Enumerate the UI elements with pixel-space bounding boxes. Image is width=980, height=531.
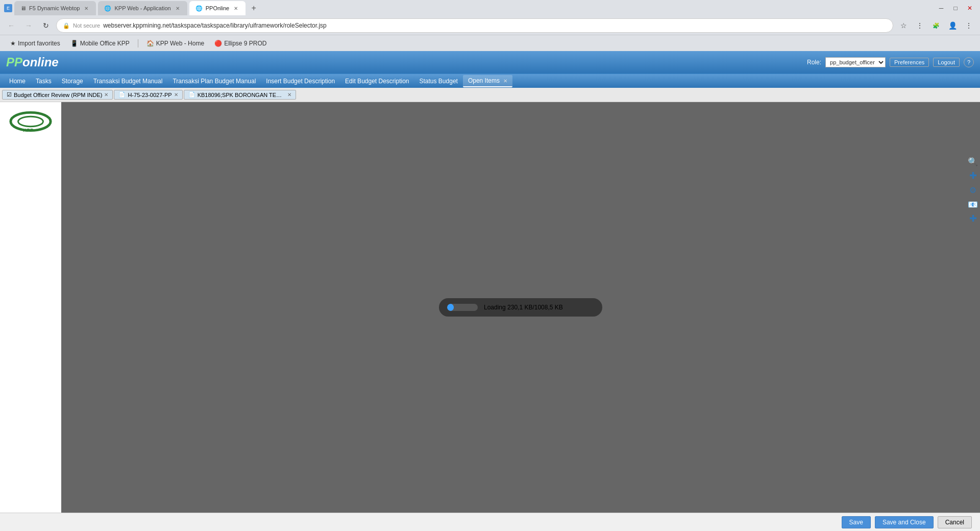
side-add-icon-2[interactable]: ✚ bbox=[967, 212, 979, 225]
tab3-favicon: 🌐 bbox=[195, 5, 203, 12]
role-select[interactable]: pp_budget_officer bbox=[825, 57, 886, 67]
more-tools-icon[interactable]: ⋮ bbox=[962, 18, 976, 33]
maximize-button[interactable]: □ bbox=[949, 2, 962, 14]
bc1-label: Budget Officer Review (RPM INDE) bbox=[14, 92, 102, 98]
nav-edit-budget[interactable]: Edit Budget Description bbox=[340, 76, 414, 87]
logo-text: PPonline bbox=[6, 55, 59, 69]
tab2-favicon: 🌐 bbox=[104, 5, 111, 12]
bc1-close[interactable]: ✕ bbox=[104, 92, 108, 98]
bookmark-import[interactable]: ★ Import favorites bbox=[6, 38, 64, 49]
nav-insert-budget[interactable]: Insert Budget Description bbox=[261, 76, 340, 87]
window-controls: ─ □ ✕ bbox=[935, 2, 976, 14]
bookmarks-bar: ★ Import favorites 📱 Mobile Office KPP 🏠… bbox=[0, 35, 980, 51]
app-logo: PPonline bbox=[6, 55, 59, 69]
logout-button[interactable]: Logout bbox=[933, 58, 960, 67]
kpp-logo-svg: KPP bbox=[8, 106, 53, 137]
loading-text: Loading 230,1 KB/1008,5 KB bbox=[484, 304, 563, 311]
side-add-icon-1[interactable]: ✚ bbox=[967, 170, 979, 182]
save-button[interactable]: Save bbox=[842, 516, 871, 528]
bookmark-mobile-office[interactable]: 📱 Mobile Office KPP bbox=[66, 38, 134, 49]
bookmark-import-label: Import favorites bbox=[18, 40, 60, 47]
tab2-label: KPP Web - Application bbox=[114, 5, 170, 11]
bc3-icon: 📄 bbox=[188, 91, 195, 98]
back-button[interactable]: ← bbox=[4, 18, 18, 33]
breadcrumb-2[interactable]: 📄 H-75-23-0027-PP ✕ bbox=[114, 90, 182, 100]
bc1-icon: ☑ bbox=[7, 91, 12, 98]
logo-online: online bbox=[22, 55, 59, 69]
nav-status-budget[interactable]: Status Budget bbox=[414, 76, 463, 87]
logo-pp: PP bbox=[6, 55, 22, 69]
bookmark-mobile-label: Mobile Office KPP bbox=[80, 40, 130, 47]
forward-button[interactable]: → bbox=[21, 18, 36, 33]
header-right: Role: pp_budget_officer Preferences Logo… bbox=[807, 57, 974, 67]
loading-bar-fill bbox=[447, 304, 454, 311]
kpp-logo-area: KPP bbox=[0, 102, 61, 513]
svg-text:KPP: KPP bbox=[23, 127, 34, 133]
help-icon[interactable]: ? bbox=[964, 57, 974, 67]
extensions-icon[interactable]: 🧩 bbox=[929, 18, 943, 33]
bc2-close[interactable]: ✕ bbox=[174, 92, 178, 98]
minimize-button[interactable]: ─ bbox=[935, 2, 947, 14]
role-label: Role: bbox=[807, 59, 821, 66]
loading-bar-track bbox=[447, 304, 478, 311]
bookmark-separator bbox=[138, 39, 138, 47]
reload-button[interactable]: ↻ bbox=[39, 18, 53, 33]
bookmark-kpp-label: KPP Web - Home bbox=[156, 40, 204, 47]
browser-favicon: E bbox=[4, 4, 12, 12]
browser-tab-1[interactable]: 🖥 F5 Dynamic Webtop ✕ bbox=[14, 1, 96, 15]
browser-toolbar: ☆ ⋮ 🧩 👤 ⋮ bbox=[896, 18, 976, 33]
import-icon: ★ bbox=[10, 40, 16, 47]
tab2-close[interactable]: ✕ bbox=[174, 5, 181, 12]
browser-tab-3[interactable]: 🌐 PPOnline ✕ bbox=[189, 1, 246, 15]
tab1-favicon: 🖥 bbox=[20, 5, 26, 11]
browser-title-bar: E 🖥 F5 Dynamic Webtop ✕ 🌐 KPP Web - Appl… bbox=[0, 0, 980, 16]
nav-transaksi-plan[interactable]: Transaksi Plan Budget Manual bbox=[167, 76, 261, 87]
content-area: KPP Loading 230,1 KB/1008,5 KB 🔍 ✚ ⚙ 📧 ✚ bbox=[0, 102, 980, 513]
bc3-close[interactable]: ✕ bbox=[287, 92, 291, 98]
tab3-label: PPOnline bbox=[206, 5, 229, 11]
nav-home[interactable]: Home bbox=[4, 76, 31, 87]
nav-open-items[interactable]: Open Items ✕ bbox=[463, 75, 512, 87]
account-icon[interactable]: 👤 bbox=[945, 18, 960, 33]
open-items-label: Open Items bbox=[468, 77, 500, 84]
security-label: Not secure bbox=[73, 22, 100, 29]
address-url: webserver.kppmining.net/taskspace/tasksp… bbox=[103, 22, 327, 29]
breadcrumb-bar: ☑ Budget Officer Review (RPM INDE) ✕ 📄 H… bbox=[0, 88, 980, 102]
save-and-close-button[interactable]: Save and Close bbox=[875, 516, 934, 528]
nav-tasks[interactable]: Tasks bbox=[31, 76, 57, 87]
open-items-close[interactable]: ✕ bbox=[503, 78, 507, 84]
ellipse-icon: 🔴 bbox=[214, 40, 222, 47]
main-loading-area: Loading 230,1 KB/1008,5 KB bbox=[61, 102, 980, 513]
bottom-bar: Save Save and Close Cancel bbox=[0, 513, 980, 531]
breadcrumb-1[interactable]: ☑ Budget Officer Review (RPM INDE) ✕ bbox=[2, 90, 113, 100]
app-header: PPonline Role: pp_budget_officer Prefere… bbox=[0, 51, 980, 74]
new-tab-button[interactable]: + bbox=[248, 2, 260, 14]
browser-menu-icon[interactable]: ⋮ bbox=[913, 18, 927, 33]
side-search-icon[interactable]: 🔍 bbox=[967, 155, 979, 167]
tab1-label: F5 Dynamic Webtop bbox=[29, 5, 80, 11]
favorites-icon[interactable]: ☆ bbox=[896, 18, 911, 33]
address-bar: ← → ↻ 🔒 Not secure webserver.kppmining.n… bbox=[0, 16, 980, 35]
nav-transaksi-budget[interactable]: Transaksi Budget Manual bbox=[88, 76, 168, 87]
app-container: PPonline Role: pp_budget_officer Prefere… bbox=[0, 51, 980, 531]
bookmark-kpp-home[interactable]: 🏠 KPP Web - Home bbox=[142, 38, 208, 49]
tab3-close[interactable]: ✕ bbox=[232, 5, 239, 12]
address-input[interactable]: 🔒 Not secure webserver.kppmining.net/tas… bbox=[56, 18, 893, 33]
preferences-button[interactable]: Preferences bbox=[890, 58, 929, 67]
loading-indicator: Loading 230,1 KB/1008,5 KB bbox=[439, 298, 602, 317]
side-outlook-icon[interactable]: 📧 bbox=[967, 198, 979, 210]
cancel-button[interactable]: Cancel bbox=[938, 516, 972, 528]
bookmark-ellipse-label: Ellipse 9 PROD bbox=[224, 40, 266, 47]
bc3-label: KB18096;SPK BORONGAN TENAGA MEDIS PKM B.… bbox=[198, 92, 285, 98]
breadcrumb-3[interactable]: 📄 KB18096;SPK BORONGAN TENAGA MEDIS PKM … bbox=[184, 90, 296, 100]
tab1-close[interactable]: ✕ bbox=[83, 5, 90, 12]
svg-point-1 bbox=[18, 116, 43, 127]
mobile-office-icon: 📱 bbox=[70, 40, 78, 47]
close-window-button[interactable]: ✕ bbox=[964, 2, 976, 14]
bc2-label: H-75-23-0027-PP bbox=[128, 92, 172, 98]
nav-storage[interactable]: Storage bbox=[57, 76, 88, 87]
browser-tab-2[interactable]: 🌐 KPP Web - Application ✕ bbox=[98, 1, 187, 15]
lock-icon: 🔒 bbox=[63, 22, 70, 29]
bookmark-ellipse[interactable]: 🔴 Ellipse 9 PROD bbox=[210, 38, 271, 49]
side-settings-icon[interactable]: ⚙ bbox=[967, 184, 979, 196]
